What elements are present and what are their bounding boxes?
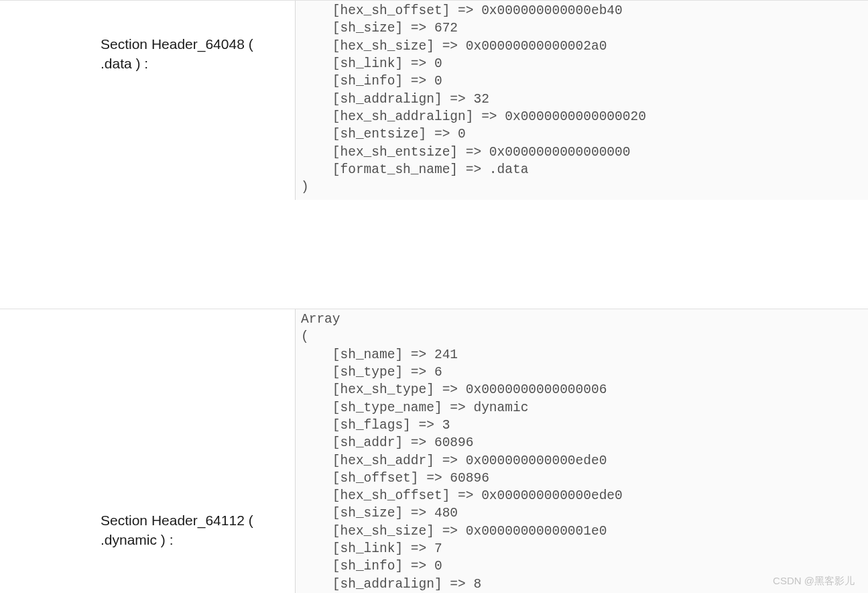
section-content-data: [hex_sh_offset] => 0x000000000000eb40 [s… (295, 1, 868, 200)
code-block-data: [hex_sh_offset] => 0x000000000000eb40 [s… (301, 2, 863, 196)
section-label-data: Section Header_64048 ( .data ) : (0, 1, 295, 74)
section-header-dynamic-row: Section Header_64112 ( .dynamic ) : Arra… (0, 309, 868, 593)
spacer (0, 275, 868, 309)
section-label-dynamic: Section Header_64112 ( .dynamic ) : (0, 309, 295, 550)
watermark: CSDN @黑客影儿 (773, 575, 855, 588)
code-block-dynamic: Array ( [sh_name] => 241 [sh_type] => 6 … (301, 311, 863, 593)
section-content-dynamic: Array ( [sh_name] => 241 [sh_type] => 6 … (295, 309, 868, 593)
section-header-data-row: Section Header_64048 ( .data ) : [hex_sh… (0, 0, 868, 275)
